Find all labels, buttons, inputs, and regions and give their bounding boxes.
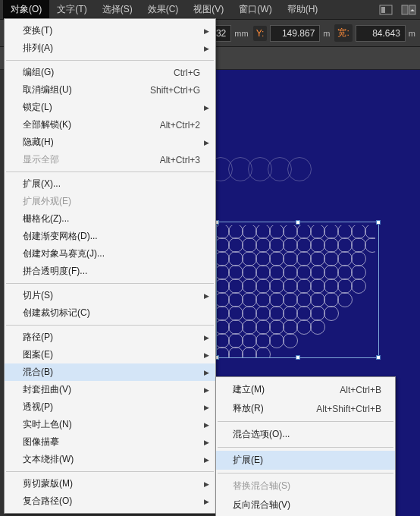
menu-hide[interactable]: 隐藏(H) xyxy=(5,134,215,151)
menu-window[interactable]: 窗口(W) xyxy=(231,0,279,19)
menu-slice[interactable]: 切片(S) xyxy=(5,287,215,304)
menu-effect[interactable]: 效果(C) xyxy=(140,0,186,19)
menu-mosaic[interactable]: 创建对象马赛克(J)... xyxy=(5,245,215,263)
selection-box[interactable] xyxy=(216,222,379,358)
menu-arrange[interactable]: 排列(A) xyxy=(5,39,215,57)
submenu-make[interactable]: 建立(M)Alt+Ctrl+B xyxy=(216,380,395,399)
menu-envelope[interactable]: 封套扭曲(V) xyxy=(5,381,215,398)
workspace-icon[interactable] xyxy=(376,2,396,17)
menu-expandapp: 扩展外观(E) xyxy=(5,193,215,210)
arrange-icon[interactable] xyxy=(399,2,418,17)
menu-compound[interactable]: 复合路径(O) xyxy=(5,492,215,510)
handle-tr[interactable] xyxy=(376,220,381,225)
submenu-expand[interactable]: 扩展(E) xyxy=(216,451,395,470)
menu-help[interactable]: 帮助(H) xyxy=(280,0,326,19)
submenu-replace: 替换混合轴(S) xyxy=(216,477,395,496)
menu-view[interactable]: 视图(V) xyxy=(186,0,231,19)
menu-showall: 显示全部Alt+Ctrl+3 xyxy=(5,151,215,168)
menu-perspective[interactable]: 透视(P) xyxy=(5,398,215,416)
submenu-options[interactable]: 混合选项(O)... xyxy=(216,425,395,444)
menu-lock[interactable]: 锁定(L) xyxy=(5,99,215,116)
menu-livepaint[interactable]: 实时上色(N) xyxy=(5,416,215,433)
svg-rect-1 xyxy=(381,7,385,13)
object-menu-dropdown: 变换(T) 排列(A) 编组(G)Ctrl+G 取消编组(U)Shift+Ctr… xyxy=(4,18,216,514)
menu-gradmesh[interactable]: 创建渐变网格(D)... xyxy=(5,228,215,245)
menu-transform[interactable]: 变换(T) xyxy=(5,22,215,39)
menu-expand[interactable]: 扩展(X)... xyxy=(5,175,215,193)
y-unit: m xyxy=(323,29,330,38)
handle-bm[interactable] xyxy=(296,355,300,360)
menu-select[interactable]: 选择(S) xyxy=(95,0,140,19)
menu-flatten[interactable]: 拼合透明度(F)... xyxy=(5,263,215,280)
w-label: 宽: xyxy=(334,24,352,42)
menu-textwrap[interactable]: 文本绕排(W) xyxy=(5,451,215,468)
menubar: 对象(O) 文字(T) 选择(S) 效果(C) 视图(V) 窗口(W) 帮助(H… xyxy=(0,0,420,20)
menu-pattern[interactable]: 图案(E) xyxy=(5,346,215,363)
menu-ungroup[interactable]: 取消编组(U)Shift+Ctrl+G xyxy=(5,81,215,99)
handle-br[interactable] xyxy=(376,355,381,360)
menu-rasterize[interactable]: 栅格化(Z)... xyxy=(5,210,215,228)
menu-trim[interactable]: 创建裁切标记(C) xyxy=(5,304,215,322)
y-value[interactable]: 149.867 xyxy=(270,25,320,42)
w-value[interactable]: 84.643 xyxy=(356,25,406,42)
menu-group[interactable]: 编组(G)Ctrl+G xyxy=(5,64,215,81)
menu-blend[interactable]: 混合(B) xyxy=(5,363,215,381)
w-unit: m xyxy=(409,29,415,38)
menu-object[interactable]: 对象(O) xyxy=(3,0,49,19)
blend-submenu: 建立(M)Alt+Ctrl+B 释放(R)Alt+Shift+Ctrl+B 混合… xyxy=(215,376,396,516)
submenu-reverse[interactable]: 反向混合轴(V) xyxy=(216,496,395,514)
submenu-release[interactable]: 释放(R)Alt+Shift+Ctrl+B xyxy=(216,399,395,418)
menu-trace[interactable]: 图像描摹 xyxy=(5,433,215,451)
x-unit: mm xyxy=(234,29,248,38)
menu-unlockall[interactable]: 全部解锁(K)Alt+Ctrl+2 xyxy=(5,116,215,134)
handle-tm[interactable] xyxy=(296,220,300,225)
menu-path[interactable]: 路径(P) xyxy=(5,329,215,346)
y-label: Y: xyxy=(253,26,268,41)
menu-clipmask[interactable]: 剪切蒙版(M) xyxy=(5,475,215,492)
menu-type[interactable]: 文字(T) xyxy=(49,0,94,19)
svg-rect-2 xyxy=(402,5,408,14)
